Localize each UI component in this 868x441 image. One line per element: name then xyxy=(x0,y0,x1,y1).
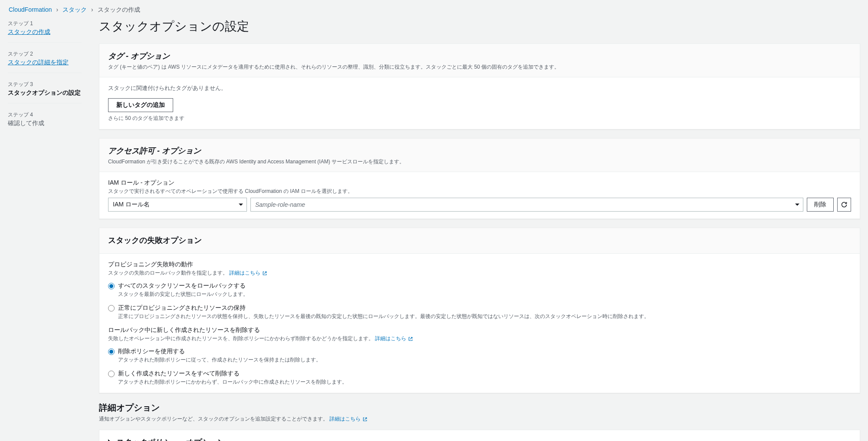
step-2[interactable]: ステップ 2 スタックの詳細を指定 xyxy=(8,50,82,73)
iam-role-name-select[interactable]: Sample-role-name xyxy=(250,198,803,212)
refresh-icon xyxy=(841,201,848,208)
tags-panel: タグ - オプション タグ (キーと値のペア) は AWS リソースにメタデータ… xyxy=(99,43,860,129)
breadcrumb-current: スタックの作成 xyxy=(98,6,140,13)
failure-options-panel: スタックの失敗オプション プロビジョニング失敗時の動作 スタックの失敗のロールバ… xyxy=(99,228,860,393)
chevron-right-icon: › xyxy=(56,6,59,13)
external-link-icon xyxy=(362,417,368,422)
external-link-icon xyxy=(408,336,413,342)
refresh-button[interactable] xyxy=(837,198,851,212)
iam-role-label: IAM ロール - オプション xyxy=(108,179,851,187)
learn-more-link-prov[interactable]: 詳細はこちら xyxy=(229,269,267,277)
delete-role-button[interactable]: 削除 xyxy=(807,198,834,212)
tags-desc: タグ (キーと値のペア) は AWS リソースにメタデータを適用するために使用さ… xyxy=(108,63,851,71)
tags-title: タグ - オプション xyxy=(108,51,851,61)
tags-empty: スタックに関連付けられたタグがありません。 xyxy=(108,84,851,92)
breadcrumb-link-cloudformation[interactable]: CloudFormation xyxy=(9,6,52,13)
iam-role-desc: スタックで実行されるすべてのオペレーションで使用する CloudFormatio… xyxy=(108,188,851,195)
learn-more-link-rollback[interactable]: 詳細はこちら xyxy=(375,335,413,342)
failure-title: スタックの失敗オプション xyxy=(108,235,851,245)
stack-policy-expander[interactable]: スタックポリシー - オプション スタックの更新中の意図しない更新から保護するリ… xyxy=(99,430,860,441)
step-1-link[interactable]: スタックの作成 xyxy=(8,28,50,35)
tags-hint: さらに 50 のタグを追加できます xyxy=(108,115,851,122)
caret-down-icon xyxy=(795,204,799,206)
advanced-options-title: 詳細オプション xyxy=(99,402,860,414)
permissions-panel: アクセス許可 - オプション CloudFormation が引き受けることがで… xyxy=(99,138,860,219)
breadcrumb-link-stacks[interactable]: スタック xyxy=(62,6,87,13)
step-4: ステップ 4 確認して作成 xyxy=(8,111,82,133)
caret-down-icon xyxy=(239,204,243,206)
add-tag-button[interactable]: 新しいタグの追加 xyxy=(108,98,173,112)
radio-preserve-provisioned[interactable]: 正常にプロビジョニングされたリソースの保持正常にプロビジョニングされたリソースの… xyxy=(108,304,851,320)
iam-role-type-select[interactable]: IAM ロール名 xyxy=(108,198,247,212)
learn-more-link-advanced[interactable]: 詳細はこちら xyxy=(329,415,368,423)
page-title: スタックオプションの設定 xyxy=(99,18,860,35)
chevron-right-icon: › xyxy=(91,6,93,13)
prov-behavior-label: プロビジョニング失敗時の動作 xyxy=(108,261,851,269)
radio-delete-all-new[interactable]: 新しく作成されたリソースをすべて削除するアタッチされた削除ポリシーにかかわらず、… xyxy=(108,370,851,386)
external-link-icon xyxy=(262,271,267,276)
step-1[interactable]: ステップ 1 スタックの作成 xyxy=(8,20,82,43)
radio-rollback-all[interactable]: すべてのスタックリソースをロールバックするスタックを最新の安定した状態にロールバ… xyxy=(108,282,851,298)
rollback-delete-label: ロールバック中に新しく作成されたリソースを削除する xyxy=(108,326,851,334)
perm-desc: CloudFormation が引き受けることができる既存の AWS Ident… xyxy=(108,158,851,166)
perm-title: アクセス許可 - オプション xyxy=(108,146,851,156)
wizard-steps: ステップ 1 スタックの作成 ステップ 2 スタックの詳細を指定 ステップ 3 … xyxy=(8,18,82,141)
radio-use-deletion-policy[interactable]: 削除ポリシーを使用するアタッチされた削除ポリシーに従って、作成されたリソースを保… xyxy=(108,348,851,364)
step-2-link[interactable]: スタックの詳細を指定 xyxy=(8,59,69,66)
step-3: ステップ 3 スタックオプションの設定 xyxy=(8,81,82,103)
caret-right-icon xyxy=(108,439,111,441)
breadcrumb: CloudFormation › スタック › スタックの作成 xyxy=(0,0,868,18)
